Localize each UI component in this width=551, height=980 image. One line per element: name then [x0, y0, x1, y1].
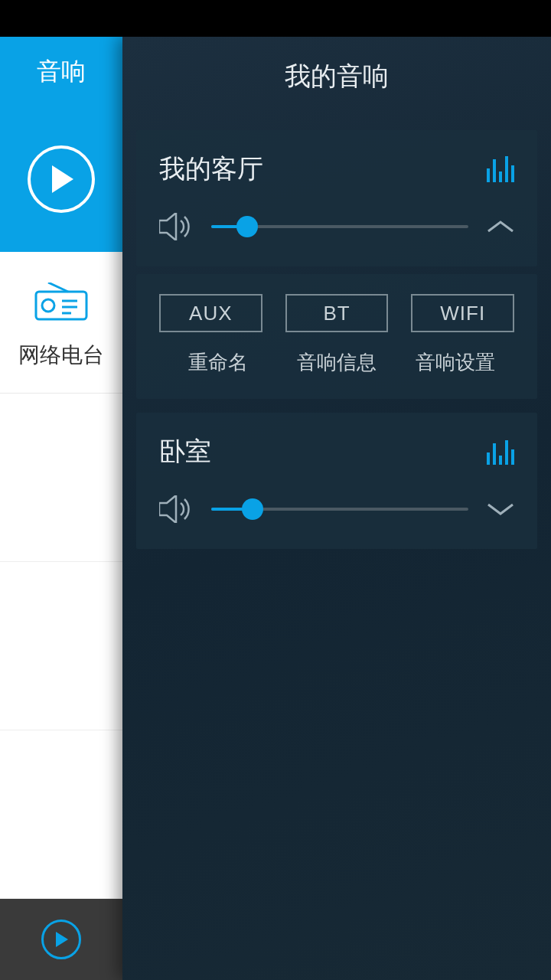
speaker-card: 卧室: [136, 413, 537, 549]
drawer-title: 我的音响: [122, 37, 551, 116]
sidebar-item-label: 网络电台: [0, 341, 122, 370]
svg-marker-8: [159, 213, 176, 240]
speaker-settings-button[interactable]: 音响设置: [396, 349, 514, 376]
rename-button[interactable]: 重命名: [159, 349, 278, 376]
status-bar: [0, 0, 551, 37]
sidebar-tab-speaker[interactable]: 音响: [0, 37, 122, 106]
drawer-panel: 我的音响 我的客厅: [122, 37, 551, 980]
mini-play-button[interactable]: [41, 920, 81, 959]
svg-point-3: [42, 299, 54, 312]
chevron-down-icon[interactable]: [487, 501, 514, 517]
chevron-up-icon[interactable]: [487, 219, 514, 234]
source-wifi-button[interactable]: WIFI: [411, 294, 514, 332]
volume-slider[interactable]: [211, 216, 468, 237]
sidebar-play-area: [0, 106, 122, 252]
source-bt-button[interactable]: BT: [285, 294, 389, 332]
equalizer-icon: [487, 439, 514, 465]
sidebar-tab-label: 音响: [37, 55, 86, 89]
speaker-card-expanded: AUX BT WIFI 重命名 音响信息 音响设置: [136, 274, 537, 399]
svg-marker-0: [52, 165, 73, 193]
svg-line-1: [48, 283, 68, 292]
source-aux-button[interactable]: AUX: [159, 294, 262, 332]
equalizer-icon: [487, 156, 514, 182]
speaker-card: 我的客厅: [136, 130, 537, 266]
room-name: 我的客厅: [159, 152, 263, 187]
volume-icon: [159, 213, 193, 240]
speaker-info-button[interactable]: 音响信息: [278, 349, 396, 376]
play-icon: [49, 165, 73, 193]
sidebar-blank: [0, 394, 122, 899]
svg-marker-7: [56, 932, 68, 947]
sidebar: 音响 网络电台: [0, 37, 122, 980]
play-icon: [54, 932, 68, 947]
svg-marker-9: [159, 495, 176, 523]
svg-rect-2: [36, 292, 86, 319]
play-button[interactable]: [28, 145, 95, 213]
radio-icon: [34, 283, 88, 321]
volume-icon: [159, 495, 193, 523]
volume-slider[interactable]: [211, 498, 468, 520]
room-name: 卧室: [159, 434, 211, 469]
sidebar-footer: [0, 899, 122, 980]
sidebar-item-radio[interactable]: 网络电台: [0, 252, 122, 394]
